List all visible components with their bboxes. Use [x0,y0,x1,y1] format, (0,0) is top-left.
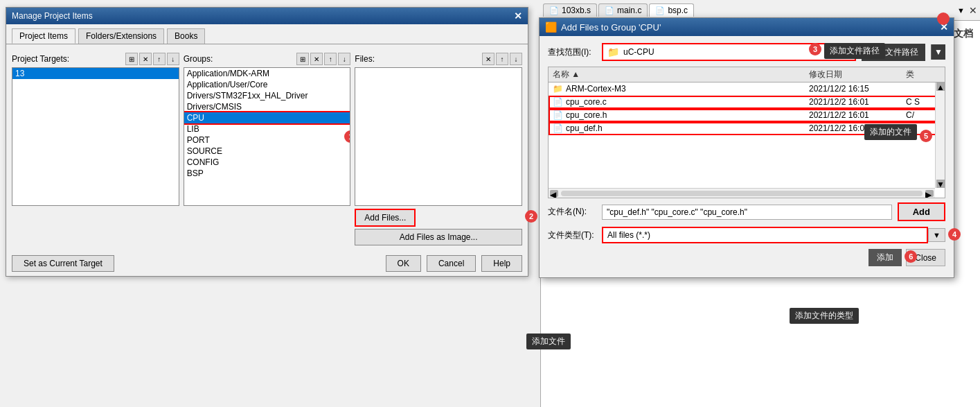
files-column: Files: ✕ ↑ ↓ Add Files... 2 Add Files [355,53,522,245]
group-item-app-mdk[interactable]: Application/MDK-ARM [184,68,350,79]
col-date[interactable]: 修改日期 [809,69,906,80]
project-target-item-13[interactable]: 13 [12,68,179,79]
groups-label: Groups: [184,54,213,64]
project-targets-up-btn[interactable]: ↑ [153,53,166,65]
file-name-cpu-core-c: 📄 cpu_core.c [553,97,809,107]
add-path-dropdown-button[interactable]: ▼ [931,44,945,60]
project-targets-list[interactable]: 13 [12,67,179,206]
annotation-5: 5 [920,130,932,142]
added-files-label: 添加的文件 [864,124,917,140]
folder-icon: 📁 [607,46,619,58]
add-files-bottom: 添加 6 Close [548,249,945,270]
annotation-3-label: 添加文件路径 [824,43,885,59]
file-list-header: 名称 ▲ 修改日期 类 [549,67,945,83]
groups-toolbar: ⊞ ✕ ↑ ↓ [296,53,350,65]
ok-button[interactable]: OK [386,255,421,272]
file-icon-cpu-core-h: 📄 [553,110,563,120]
search-range-row: 查找范围(I): 📁 uC-CPU 添加文件路径 ▼ [548,43,945,61]
manage-dialog-close[interactable]: ✕ [514,10,522,21]
manage-dialog-bottom: Set as Current Target OK Cancel Help [6,251,528,276]
add-cn-button[interactable]: 添加 [868,249,902,266]
vertical-scrollbar[interactable]: ▲ ▼ [935,83,945,188]
groups-list[interactable]: Application/MDK-ARM Application/User/Cor… [184,67,351,206]
group-item-app-user[interactable]: Application/User/Core [184,79,350,90]
group-item-drivers-cmsis[interactable]: Drivers/CMSIS [184,101,350,112]
files-column-bottom: Add Files... 2 Add Files as Image... [355,209,522,245]
groups-down-btn[interactable]: ↓ [338,53,350,65]
project-targets-down-btn[interactable]: ↓ [167,53,179,65]
filetype-label: 文件类型(T): [548,230,596,241]
files-up-btn[interactable]: ↑ [496,53,508,65]
add-files-body: 查找范围(I): 📁 uC-CPU 添加文件路径 ▼ 名称 ▲ 修改日期 类 [540,36,954,277]
annotation-3-pos [937,12,950,25]
file-date-arm-cortex: 2021/12/2 16:15 [809,84,906,94]
files-del-btn[interactable]: ✕ [482,53,495,65]
filename-row: 文件名(N): Add [548,202,945,221]
set-current-target-button[interactable]: Set as Current Target [12,255,114,272]
filetype-select-container: ▼ 4 [602,227,945,243]
add-files-annotation-label: 添加文件 [526,334,571,349]
tab-103xb[interactable]: 📄 103xb.s [543,3,597,17]
files-down-btn[interactable]: ↓ [510,53,522,65]
help-button[interactable]: Help [481,255,522,272]
groups-add-btn[interactable]: ⊞ [296,53,309,65]
file-row-cpu-core-c[interactable]: 📄 cpu_core.c 2021/12/2 16:01 C S [549,96,945,109]
add-files-title: Add Files to Group 'CPU' [561,22,661,33]
folder-icon-arm: 📁 [553,84,563,94]
file-icon-3: 📄 [655,6,665,15]
project-targets-label: Project Targets: [12,54,69,64]
filetype-row: 文件类型(T): ▼ 4 [548,227,945,243]
project-targets-add-btn[interactable]: ⊞ [125,53,138,65]
group-item-cpu[interactable]: CPU [184,112,350,123]
cancel-button[interactable]: Cancel [427,255,476,272]
group-item-source[interactable]: SOURCE [184,146,350,157]
project-targets-del-btn[interactable]: ✕ [139,53,152,65]
groups-up-btn[interactable]: ↑ [324,53,337,65]
horizontal-scrollbar[interactable]: ◀ ▶ [549,188,935,198]
files-list[interactable] [355,67,522,206]
filetype-select[interactable] [602,227,928,243]
filetype-dropdown-btn[interactable]: ▼ [928,228,945,242]
scroll-left-btn[interactable]: ◀ [550,190,558,197]
add-button[interactable]: Add [898,202,945,221]
files-header: Files: ✕ ↑ ↓ [355,53,522,65]
file-list-area: 名称 ▲ 修改日期 类 📁 ARM-Cortex-M3 2021/12/2 16… [548,67,945,198]
manage-dialog-titlebar: Manage Project Items ✕ [6,8,528,24]
col-name[interactable]: 名称 ▲ [553,69,809,80]
tab-bspc-label: bsp.c [668,6,688,15]
tab-books[interactable]: Books [167,28,205,44]
scroll-right-btn[interactable]: ▶ [925,190,934,197]
tab-folders-extensions[interactable]: Folders/Extensions [78,28,164,44]
columns-area: Project Targets: ⊞ ✕ ↑ ↓ 13 Groups: [12,53,522,245]
group-item-lib[interactable]: LIB [184,123,350,135]
group-item-bsp[interactable]: BSP [184,168,350,179]
file-row-cpu-core-h[interactable]: 📄 cpu_core.h 2021/12/2 16:01 C/ [549,109,945,122]
group-item-port[interactable]: PORT [184,135,350,146]
tab-dropdown-icon[interactable]: ▼ [957,6,965,15]
add-files-title-left: 🟧 Add Files to Group 'CPU' [545,21,661,33]
tab-project-items[interactable]: Project Items [12,28,75,44]
tab-bspc[interactable]: 📄 bsp.c [649,3,694,17]
scroll-up-btn[interactable]: ▲ [936,83,945,91]
manage-dialog-tabs: Project Items Folders/Extensions Books [6,24,528,44]
annotation-4-marker: 4 [948,228,961,241]
scroll-down-btn[interactable]: ▼ [936,180,945,188]
groups-column: Groups: ⊞ ✕ ↑ ↓ Application/MDK-ARM Appl… [184,53,351,245]
group-item-config[interactable]: CONFIG [184,157,350,168]
file-icon-2: 📄 [605,6,614,15]
add-files-image-button[interactable]: Add Files as Image... [355,229,522,245]
file-icon: 📄 [549,6,559,15]
file-row-arm-cortex[interactable]: 📁 ARM-Cortex-M3 2021/12/2 16:15 [549,83,945,96]
tab-mainc[interactable]: 📄 main.c [598,3,648,17]
project-targets-column: Project Targets: ⊞ ✕ ↑ ↓ 13 [12,53,179,245]
add-files-container: Add Files... 2 [355,209,522,227]
add-files-button[interactable]: Add Files... [355,209,416,227]
filename-input[interactable] [602,205,892,220]
manage-project-dialog: Manage Project Items ✕ Project Items Fol… [6,7,528,277]
groups-del-btn[interactable]: ✕ [310,53,323,65]
project-targets-header: Project Targets: ⊞ ✕ ↑ ↓ [12,53,179,65]
file-icon-cpu-def-h: 📄 [553,123,563,133]
col-type[interactable]: 类 [906,69,941,80]
group-item-drivers-hal[interactable]: Drivers/STM32F1xx_HAL_Driver [184,90,350,101]
tab-close-all-icon[interactable]: ✕ [969,5,977,16]
